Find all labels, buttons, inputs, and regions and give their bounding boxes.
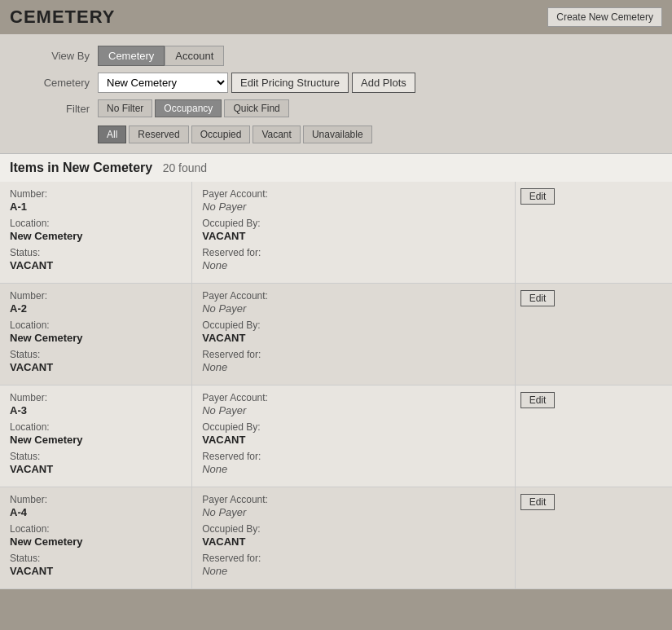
view-by-account-button[interactable]: Account	[165, 46, 224, 66]
filter-occupancy-button[interactable]: Occupancy	[155, 99, 222, 117]
occupied-label: Occupied By:	[202, 319, 504, 331]
item-left-cell: Number: A-1 Location: New Cemetery Statu…	[0, 182, 192, 284]
app-title: CEMETERY	[10, 7, 115, 28]
item-right-cell: Edit	[515, 284, 672, 385]
number-value: A-3	[10, 404, 182, 416]
number-label: Number:	[10, 392, 182, 403]
filter-label: Filter	[16, 103, 90, 115]
status-label: Status:	[10, 349, 182, 360]
status-vacant-button[interactable]: Vacant	[253, 126, 300, 143]
items-title: Items in New Cemetery	[10, 161, 152, 174]
view-by-label: View By	[16, 50, 90, 62]
status-all-button[interactable]: All	[98, 126, 126, 143]
reserved-label: Reserved for:	[202, 451, 504, 462]
status-row: All Reserved Occupied Vacant Unavailable	[0, 122, 672, 147]
location-label: Location:	[10, 218, 182, 229]
location-value: New Cemetery	[10, 535, 182, 548]
status-reserved-button[interactable]: Reserved	[129, 126, 188, 143]
location-value: New Cemetery	[10, 230, 182, 242]
payer-value: No Payer	[202, 200, 504, 213]
location-label: Location:	[10, 319, 182, 331]
location-label: Location:	[10, 421, 182, 433]
reserved-label: Reserved for:	[202, 349, 504, 360]
table-row: Number: A-1 Location: New Cemetery Statu…	[0, 182, 672, 284]
filter-no-filter-button[interactable]: No Filter	[98, 99, 152, 117]
items-table: Number: A-1 Location: New Cemetery Statu…	[0, 182, 672, 589]
table-row: Number: A-2 Location: New Cemetery Statu…	[0, 284, 672, 385]
payer-value: No Payer	[202, 404, 504, 416]
number-value: A-4	[10, 506, 182, 518]
payer-value: No Payer	[202, 302, 504, 315]
items-count: 20 found	[163, 161, 208, 174]
occupied-value: VACANT	[202, 230, 504, 242]
status-value: VACANT	[10, 463, 182, 475]
payer-value: No Payer	[202, 506, 504, 518]
reserved-value: None	[202, 463, 504, 475]
edit-button-2[interactable]: Edit	[520, 392, 556, 408]
item-mid-cell: Payer Account: No Payer Occupied By: VAC…	[192, 284, 515, 385]
occupied-value: VACANT	[202, 332, 504, 344]
payer-label: Payer Account:	[202, 494, 504, 505]
status-unavailable-button[interactable]: Unavailable	[303, 126, 372, 143]
status-label: Status:	[10, 451, 182, 462]
item-mid-cell: Payer Account: No Payer Occupied By: VAC…	[192, 487, 515, 589]
number-value: A-1	[10, 200, 182, 213]
status-value: VACANT	[10, 259, 182, 271]
edit-pricing-button[interactable]: Edit Pricing Structure	[231, 73, 349, 93]
reserved-value: None	[202, 565, 504, 577]
status-value: VACANT	[10, 361, 182, 373]
reserved-value: None	[202, 259, 504, 271]
edit-button-0[interactable]: Edit	[520, 188, 556, 205]
location-label: Location:	[10, 523, 182, 535]
edit-button-3[interactable]: Edit	[520, 494, 556, 510]
table-row: Number: A-4 Location: New Cemetery Statu…	[0, 487, 672, 589]
cemetery-row: Cemetery New Cemetery Edit Pricing Struc…	[0, 71, 672, 95]
number-label: Number:	[10, 188, 182, 200]
occupied-value: VACANT	[202, 535, 504, 548]
location-value: New Cemetery	[10, 434, 182, 446]
table-row: Number: A-3 Location: New Cemetery Statu…	[0, 385, 672, 487]
content-area: Items in New Cemetery 20 found Number: A…	[0, 154, 672, 589]
occupied-label: Occupied By:	[202, 523, 504, 535]
item-left-cell: Number: A-2 Location: New Cemetery Statu…	[0, 284, 192, 385]
reserved-label: Reserved for:	[202, 247, 504, 258]
item-right-cell: Edit	[515, 182, 672, 284]
item-right-cell: Edit	[515, 487, 672, 589]
item-mid-cell: Payer Account: No Payer Occupied By: VAC…	[192, 385, 515, 487]
cemetery-label: Cemetery	[16, 77, 90, 89]
number-label: Number:	[10, 290, 182, 302]
location-value: New Cemetery	[10, 332, 182, 344]
create-cemetery-button[interactable]: Create New Cemetery	[547, 7, 662, 27]
occupied-label: Occupied By:	[202, 218, 504, 229]
app-header: CEMETERY Create New Cemetery	[0, 0, 672, 34]
payer-label: Payer Account:	[202, 188, 504, 200]
status-occupied-button[interactable]: Occupied	[191, 126, 251, 143]
items-header: Items in New Cemetery 20 found	[0, 154, 672, 182]
item-mid-cell: Payer Account: No Payer Occupied By: VAC…	[192, 182, 515, 284]
item-left-cell: Number: A-4 Location: New Cemetery Statu…	[0, 487, 192, 589]
number-value: A-2	[10, 302, 182, 315]
payer-label: Payer Account:	[202, 392, 504, 403]
occupied-label: Occupied By:	[202, 421, 504, 433]
reserved-value: None	[202, 361, 504, 373]
status-label: Status:	[10, 553, 182, 564]
cemetery-select[interactable]: New Cemetery	[98, 73, 228, 93]
add-plots-button[interactable]: Add Plots	[352, 73, 415, 93]
reserved-label: Reserved for:	[202, 553, 504, 564]
payer-label: Payer Account:	[202, 290, 504, 302]
status-label: Status:	[10, 247, 182, 258]
filter-row: Filter No Filter Occupancy Quick Find	[0, 98, 672, 119]
view-by-cemetery-button[interactable]: Cemetery	[98, 46, 165, 66]
filter-quick-find-button[interactable]: Quick Find	[224, 99, 288, 117]
item-right-cell: Edit	[515, 385, 672, 487]
edit-button-1[interactable]: Edit	[520, 290, 556, 306]
occupied-value: VACANT	[202, 434, 504, 446]
number-label: Number:	[10, 494, 182, 505]
toolbar: View By Cemetery Account Cemetery New Ce…	[0, 34, 672, 154]
item-left-cell: Number: A-3 Location: New Cemetery Statu…	[0, 385, 192, 487]
status-value: VACANT	[10, 565, 182, 577]
view-by-row: View By Cemetery Account	[0, 44, 672, 68]
